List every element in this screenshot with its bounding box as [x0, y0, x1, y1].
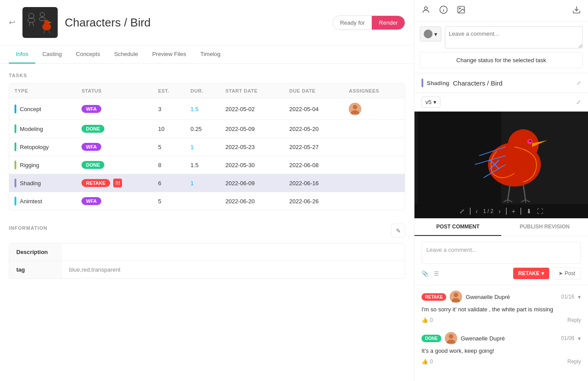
type-bar: [15, 105, 16, 113]
fullscreen-button[interactable]: ⤢: [459, 208, 465, 215]
status-badge: DONE: [81, 161, 104, 169]
expand-icon[interactable]: ⤢: [577, 80, 581, 86]
status-badge: WFA: [81, 105, 101, 113]
prev-frame-button[interactable]: ‹: [476, 208, 478, 215]
tab-publish-revision[interactable]: PUBLISH REVISION: [501, 218, 588, 236]
status-dot-button[interactable]: ▾: [420, 26, 441, 41]
tab-preview-files[interactable]: Preview Files: [145, 45, 193, 64]
reply-button[interactable]: Reply: [567, 317, 581, 323]
image-icon[interactable]: [457, 5, 466, 16]
tab-concepts[interactable]: Concepts: [69, 45, 107, 64]
tab-casting[interactable]: Casting: [35, 45, 69, 64]
post-label: Post: [565, 270, 575, 276]
col-due-date: DUE DATE: [284, 84, 344, 98]
status-label: Ready for: [333, 16, 372, 30]
info-label: tag: [9, 261, 62, 279]
chevron-down-icon: ▾: [433, 99, 436, 105]
type-cell: Modeling: [15, 124, 71, 133]
avatar: [445, 332, 457, 344]
est-cell: 8: [153, 156, 185, 174]
table-row[interactable]: Shading RETAKE !!! 6 1 2022-06-09 2022-0…: [9, 174, 405, 192]
expand-icon[interactable]: ⤢: [576, 99, 581, 105]
user-icon[interactable]: [422, 5, 430, 16]
info-icon[interactable]: [439, 5, 448, 16]
due-date-cell: 2022-06-08: [284, 156, 344, 174]
comment-right-actions: RETAKE ▾ ➤ Post: [513, 267, 581, 280]
like-icon: 👍: [422, 359, 428, 365]
download-preview-button[interactable]: ⬇: [526, 208, 532, 215]
due-date-cell: 2022-05-27: [284, 138, 344, 156]
page-indicator: 1 / 2: [483, 208, 493, 214]
type-bar: [15, 161, 16, 169]
send-icon: ➤: [558, 270, 563, 276]
right-panel: ▾ Change status for the selected task Sh…: [414, 0, 588, 381]
svg-point-44: [449, 334, 453, 339]
svg-point-42: [454, 293, 458, 297]
attachment-icon[interactable]: 📎: [422, 270, 429, 277]
preview-image: [414, 112, 588, 204]
list-icon[interactable]: ☰: [434, 270, 439, 277]
tab-post-comment[interactable]: POST COMMENT: [414, 218, 501, 236]
post-button[interactable]: ➤ Post: [553, 267, 581, 280]
svg-point-13: [353, 105, 357, 109]
status-button[interactable]: Ready for Render: [333, 15, 405, 30]
version-selector[interactable]: v5 ▾: [422, 97, 440, 108]
comment-item: DONE Gwenaelle Dupré 01/08 ▾ It's a good…: [422, 332, 581, 365]
info-value: blue,red,transparent: [62, 261, 405, 279]
chevron-down-icon[interactable]: ▾: [578, 294, 581, 300]
tabs: Infos Casting Concepts Schedule Preview …: [0, 45, 414, 64]
svg-point-8: [44, 20, 49, 25]
info-header: INFORMATION ✎: [9, 224, 405, 238]
like-button[interactable]: 👍 0: [422, 359, 433, 365]
tab-infos[interactable]: Infos: [9, 45, 35, 64]
comment-badge: DONE: [422, 335, 441, 342]
type-name: Animtest: [20, 198, 42, 205]
svg-rect-22: [418, 112, 501, 204]
header: ↩ Characters / B: [0, 0, 414, 45]
comment-badge: RETAKE: [422, 293, 446, 301]
comment-footer: 👍 0 Reply: [422, 317, 581, 323]
comment-footer: 👍 0 Reply: [422, 359, 581, 365]
assignees-cell: [344, 98, 405, 120]
type-cell: Shading: [15, 179, 71, 187]
retake-button[interactable]: RETAKE ▾: [513, 268, 549, 279]
dur-cell: [185, 192, 220, 210]
tasks-section-title: TASKS: [9, 73, 405, 78]
task-sidebar-top: Shading Characters / Bird ⤢: [422, 78, 581, 87]
comment-header: RETAKE Gwenaelle Dupré 01/16 ▾: [422, 291, 581, 303]
divider: [506, 208, 507, 215]
start-date-cell: 2022-05-30: [220, 156, 284, 174]
like-button[interactable]: 👍 0: [422, 317, 433, 323]
top-comment-area: ▾ Change status for the selected task: [414, 22, 588, 73]
table-row[interactable]: Rigging DONE 8 1.5 2022-05-30 2022-06-08: [9, 156, 405, 174]
start-date-cell: 2022-05-09: [220, 120, 284, 138]
top-comment-input[interactable]: [445, 26, 583, 49]
download-icon[interactable]: [572, 5, 581, 16]
zoom-in-button[interactable]: +: [512, 208, 515, 215]
tab-schedule[interactable]: Schedule: [107, 45, 145, 64]
col-status: STATUS: [76, 84, 153, 98]
svg-point-27: [529, 140, 531, 142]
status-badge: DONE: [81, 125, 104, 133]
next-frame-button[interactable]: ›: [499, 208, 501, 215]
tasks-table: TYPE STATUS EST. DUR. START DATE DUE DAT…: [9, 83, 405, 210]
dur-cell: 0.25: [185, 120, 220, 138]
edit-button[interactable]: ✎: [391, 224, 405, 238]
expand-button[interactable]: ⛶: [537, 208, 543, 215]
start-date-cell: 2022-05-23: [220, 138, 284, 156]
change-status-button[interactable]: Change status for the selected task: [420, 52, 583, 68]
reply-button[interactable]: Reply: [567, 359, 581, 365]
tab-timelog[interactable]: Timelog: [193, 45, 228, 64]
back-button[interactable]: ↩: [9, 18, 15, 27]
table-row[interactable]: Concept WFA 3 1.5 2022-05-02 2022-05-04: [9, 98, 405, 120]
comment-box[interactable]: Leave a comment...: [422, 242, 581, 264]
comment-user: Gwenaelle Dupré: [466, 294, 558, 300]
table-row[interactable]: Modeling DONE 10 0.25 2022-05-09 2022-05…: [9, 120, 405, 138]
chevron-down-icon[interactable]: ▾: [578, 335, 581, 342]
start-date-cell: 2022-05-02: [220, 98, 284, 120]
dur-cell: 1: [185, 138, 220, 156]
version-value: v5: [425, 99, 432, 105]
retake-label: RETAKE: [518, 270, 540, 276]
table-row[interactable]: Animtest WFA 5 2022-06-20 2022-06-26: [9, 192, 405, 210]
table-row[interactable]: Retopology WFA 5 1 2022-05-23 2022-05-27: [9, 138, 405, 156]
